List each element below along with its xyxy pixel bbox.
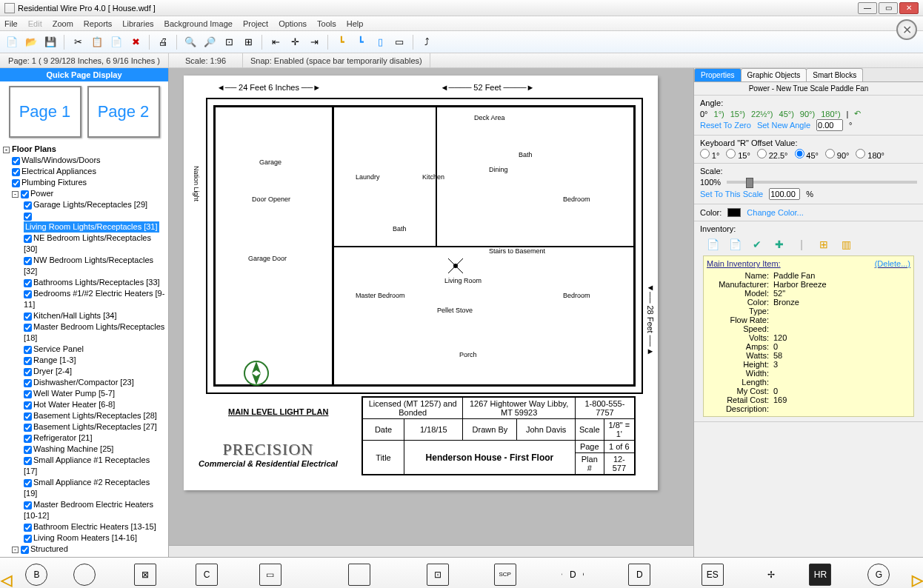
window-title: Residential Wire Pro 4.0 [ House.wdf ]	[18, 4, 156, 13]
tab-smart-blocks[interactable]: Smart Blocks	[806, 68, 863, 81]
exit-icon[interactable]: ⤴	[419, 35, 434, 50]
palette-motor[interactable]: ⊠Motor Starters	[119, 564, 171, 589]
undo-angle-icon[interactable]: ↶	[854, 109, 861, 118]
minimize-button[interactable]: —	[858, 2, 877, 14]
palette-gen[interactable]: GGenerators	[859, 564, 899, 589]
palette-control[interactable]: SCPControl Panels	[479, 564, 532, 589]
cut-icon[interactable]: ✂	[70, 35, 85, 50]
chk-plumb[interactable]	[12, 179, 20, 187]
palette-next[interactable]: ▷	[911, 558, 923, 588]
inv-del-icon[interactable]: 📄	[728, 238, 742, 251]
big-close-button[interactable]: ✕	[896, 19, 917, 40]
chk-elec[interactable]	[12, 168, 20, 176]
print-icon[interactable]: 🖨	[156, 35, 170, 50]
canvas[interactable]: ◄── 24 Feet 6 Inches ──► ◄──── 52 Feet ─…	[169, 68, 693, 557]
svg-line-1	[448, 258, 456, 266]
angle-15[interactable]: 15°)	[730, 110, 745, 118]
align-center-icon[interactable]: ✛	[287, 35, 302, 50]
palette-outlets[interactable]: BOutlets	[24, 564, 50, 589]
quick-page-header: Quick Page Display	[0, 68, 168, 81]
tab-graphic-objects[interactable]: Graphic Objects	[741, 68, 807, 81]
align-right-icon[interactable]: ⇥	[307, 35, 321, 50]
company-logo: PRECISION Commercial & Residential Elect…	[199, 440, 338, 468]
inv-plus-icon[interactable]: ✚	[773, 238, 786, 251]
palette-service[interactable]: ▭Service Panels	[243, 564, 297, 589]
zoom-fit-icon[interactable]: ⊡	[221, 35, 236, 50]
status-page: Page: 1 ( 9 29/128 Inches, 6 9/16 Inches…	[0, 53, 169, 67]
angle-90[interactable]: 90°)	[800, 110, 815, 118]
paste-icon[interactable]: 📄	[109, 35, 124, 50]
page-thumb-1[interactable]: Page 1	[9, 86, 81, 138]
align-left-icon[interactable]: ⇤	[268, 35, 283, 50]
menu-libraries[interactable]: Libraries	[122, 19, 153, 28]
tree-item-selected[interactable]: Living Room Lights/Receptacles [31]	[24, 221, 159, 233]
symbol-palette: ◁ BOutlets Lights ⊠Motor Starters CRelay…	[0, 557, 923, 588]
open-icon[interactable]: 📂	[24, 35, 39, 50]
svg-marker-6	[252, 361, 261, 373]
angle-1[interactable]: 1°)	[714, 110, 724, 118]
page-thumb-2[interactable]: Page 2	[87, 86, 160, 138]
reset-angle-link[interactable]: Reset To Zero	[700, 121, 751, 130]
palette-strikers[interactable]: ESDoor Strikers	[689, 564, 736, 589]
title-block: Licensed (MT 1257) and Bonded1267 Highto…	[361, 396, 636, 475]
inv-add-icon[interactable]: 📄	[706, 238, 719, 251]
set-scale-link[interactable]: Set To This Scale	[700, 190, 763, 198]
palette-lights[interactable]: Lights	[73, 564, 96, 589]
scale-slider[interactable]	[727, 181, 917, 184]
zoom-out-icon[interactable]: 🔎	[202, 35, 217, 50]
copy-icon[interactable]: 📋	[90, 35, 104, 50]
tab-properties[interactable]: Properties	[694, 68, 742, 81]
save-icon[interactable]: 💾	[43, 35, 58, 50]
horizontal-scrollbar[interactable]	[169, 545, 693, 557]
menu-file[interactable]: File	[4, 19, 18, 28]
svg-marker-7	[252, 373, 261, 385]
inv-check-icon[interactable]: ✔	[750, 238, 764, 251]
palette-door[interactable]: DDoor Openers	[614, 564, 665, 589]
palette-alarms[interactable]: Alarms/Buzzers/Bells	[321, 564, 398, 589]
compass-icon	[243, 360, 270, 387]
palette-relays[interactable]: CRelays	[194, 564, 219, 589]
menu-tools[interactable]: Tools	[317, 19, 336, 28]
change-color-link[interactable]: Change Color...	[747, 208, 803, 217]
menu-options[interactable]: Options	[279, 19, 307, 28]
chk-walls[interactable]	[12, 157, 20, 165]
shape3-icon[interactable]: ▯	[373, 35, 387, 50]
palette-detectors[interactable]: DDetectors	[556, 564, 590, 589]
menu-zoom[interactable]: Zoom	[53, 19, 73, 28]
menu-reports[interactable]: Reports	[84, 19, 113, 28]
app-icon	[4, 3, 15, 13]
flip-icon[interactable]: |	[847, 110, 849, 118]
menu-bg[interactable]: Background Image	[164, 19, 233, 28]
menu-edit[interactable]: Edit	[28, 19, 42, 28]
shape1-icon[interactable]: ┗	[334, 35, 349, 50]
menu-help[interactable]: Help	[347, 19, 364, 28]
palette-general[interactable]: HRGeneral	[806, 564, 835, 589]
zoom-window-icon[interactable]: ⊞	[241, 35, 256, 50]
angle-180[interactable]: 180°)	[821, 110, 840, 118]
inventory-detail: Main Inventory Item:(Delete...) Name:Pad…	[703, 255, 914, 417]
chk-power[interactable]	[21, 190, 29, 198]
new-icon[interactable]: 📄	[4, 35, 19, 50]
inv-delete-link[interactable]: (Delete...)	[875, 259, 910, 268]
close-button[interactable]: ✕	[899, 2, 919, 14]
shape2-icon[interactable]: ┗	[353, 35, 368, 50]
maximize-button[interactable]: ▭	[879, 2, 898, 14]
palette-prev[interactable]: ◁	[0, 558, 12, 588]
menu-project[interactable]: Project	[243, 19, 268, 28]
zoom-in-icon[interactable]: 🔍	[183, 35, 198, 50]
palette-cameras[interactable]: ⊡Cameras	[421, 564, 455, 589]
angle-22[interactable]: 22½°)	[751, 110, 773, 118]
project-tree[interactable]: -Floor Plans Walls/Windows/Doors Electri…	[0, 142, 168, 557]
palette-fans[interactable]: ✢Fans	[760, 564, 782, 589]
scale-input[interactable]	[769, 188, 800, 200]
shape4-icon[interactable]: ▭	[392, 35, 407, 50]
set-angle-link[interactable]: Set New Angle	[757, 121, 810, 130]
delete-icon[interactable]: ✖	[128, 35, 143, 50]
angle-45[interactable]: 45°)	[779, 110, 794, 118]
svg-line-4	[456, 266, 463, 273]
color-swatch[interactable]	[727, 208, 741, 217]
angle-input[interactable]	[816, 119, 843, 131]
inv-list-icon[interactable]: ▥	[839, 238, 853, 251]
drawing-paper[interactable]: ◄── 24 Feet 6 Inches ──► ◄──── 52 Feet ─…	[184, 76, 658, 490]
inv-tree-icon[interactable]: ⊞	[817, 238, 830, 251]
